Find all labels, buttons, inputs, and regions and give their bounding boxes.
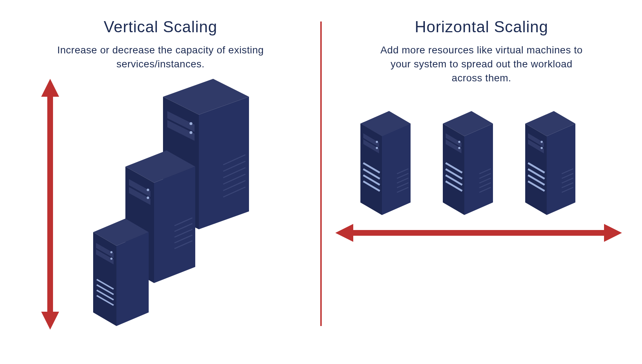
- vertical-arrow-icon: [39, 79, 61, 330]
- svg-point-31: [110, 251, 112, 253]
- svg-marker-28: [116, 232, 149, 326]
- vertical-servers-icon: [64, 79, 251, 330]
- vertical-subtitle: Increase or decrease the capacity of exi…: [53, 43, 268, 71]
- horizontal-title: Horizontal Scaling: [415, 18, 548, 36]
- svg-point-19: [147, 189, 149, 191]
- svg-point-7: [190, 131, 192, 134]
- horizontal-servers-icon: [339, 111, 626, 226]
- diagram-container: Vertical Scaling Increase or decrease th…: [0, 0, 642, 364]
- vertical-title: Vertical Scaling: [104, 18, 217, 36]
- horizontal-scaling-panel: Horizontal Scaling Add more resources li…: [321, 0, 642, 364]
- svg-point-6: [190, 122, 192, 125]
- vertical-scaling-panel: Vertical Scaling Increase or decrease th…: [0, 0, 321, 364]
- svg-point-20: [147, 197, 149, 199]
- svg-marker-0: [41, 79, 59, 330]
- svg-point-32: [110, 258, 112, 260]
- svg-marker-53: [335, 224, 622, 242]
- center-divider: [320, 21, 322, 326]
- horizontal-arrow-icon: [335, 222, 622, 244]
- horizontal-subtitle: Add more resources like virtual machines…: [374, 43, 589, 85]
